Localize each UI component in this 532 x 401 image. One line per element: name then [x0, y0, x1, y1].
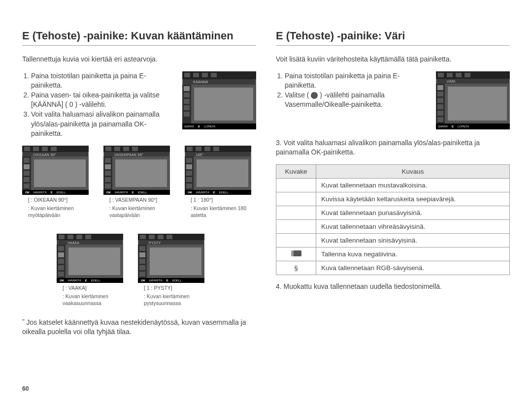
page-number: 60	[22, 385, 29, 392]
thumb-caption-1: [ 1 : 180°]	[185, 197, 251, 204]
left-column: E (Tehoste) -painike: Kuvan kääntäminen …	[22, 30, 256, 337]
heading-right: E (Tehoste) -painike: Väri	[276, 30, 510, 42]
table-row: Kuvat tallennetaan mustavalkoisina.	[276, 178, 510, 192]
shot-title: VASEMPAAN 90°	[103, 152, 170, 156]
table-row: Kuvat tallennetaan sinisävyisinä.	[276, 233, 510, 247]
heading-left: E (Tehoste) -painike: Kuvan kääntäminen	[22, 30, 256, 42]
icon-cell	[276, 206, 316, 219]
camera-screenshot-thumb: OIKEAAN 90°OKMÄÄRITÄEEDELL.	[22, 146, 89, 195]
list-item: Valitse ( ) -välilehti painamalla Vasemm…	[285, 91, 430, 110]
icon-cell: §	[276, 261, 316, 275]
rule	[276, 45, 510, 46]
thumb-caption-2: : Kuvan kiertäminen vastapäivään	[103, 205, 170, 218]
list-item: Paina vasen- tai oikea-painiketta ja val…	[31, 91, 176, 110]
thumb-block: 180°OKMÄÄRITÄEEDELL.[ 1 : 180°]: Kuvan k…	[185, 146, 251, 219]
icon-cell	[276, 233, 316, 247]
camera-screenshot-rotate: KÄÄNNÄ SIIRRÄ E LOPETA	[182, 71, 256, 129]
th-desc: Kuvaus	[316, 164, 510, 178]
list-item: Paina toistotilan painiketta ja paina E-…	[285, 71, 430, 91]
list-item: Voit valita haluamasi alivalikon painama…	[31, 110, 176, 139]
thumb-caption-2: : Kuvan kiertäminen 180 astetta	[185, 205, 251, 218]
shot-title: PYSTY	[138, 240, 204, 245]
right-steps: Paina toistotilan painiketta ja paina E-…	[276, 71, 430, 110]
left-steps: Paina toistotilan painiketta ja paina E-…	[22, 71, 176, 139]
icon-cell	[276, 178, 316, 192]
shot-title: OIKEAAN 90°	[22, 152, 89, 156]
right-column: E (Tehoste) -painike: Väri Voit lisätä k…	[276, 30, 510, 337]
icon-cell	[276, 247, 316, 261]
intro-left: Tallennettuja kuvia voi kiertää eri aste…	[22, 55, 256, 64]
camera-screenshot-thumb: 180°OKMÄÄRITÄEEDELL.	[185, 146, 251, 195]
thumb-grid: OIKEAAN 90°OKMÄÄRITÄEEDELL.[ : OIKEAAN 9…	[22, 146, 256, 307]
desc-cell: Kuva tallennetaan RGB-sävyisenä.	[316, 261, 510, 275]
rule	[22, 45, 256, 46]
thumb-caption-1: [ 1 : PYSTY]	[138, 285, 204, 292]
after-text: 4. Muokattu kuva tallennetaan uudella ti…	[276, 282, 510, 292]
table-row: Kuvat tallennetaan punasävyisinä.	[276, 206, 510, 219]
table-row: Tallenna kuva negatiivina.	[276, 247, 510, 261]
desc-cell: Kuvat tallennetaan punasävyisinä.	[316, 206, 510, 219]
desc-cell: Tallenna kuva negatiivina.	[316, 247, 510, 261]
desc-cell: Kuvat tallennetaan sinisävyisinä.	[316, 233, 510, 247]
table-row: Kuvissa käytetään keltaruskeita seepiavä…	[276, 192, 510, 206]
list-item: Paina toistotilan painiketta ja paina E-…	[31, 71, 176, 91]
thumb-block: OIKEAAN 90°OKMÄÄRITÄEEDELL.[ : OIKEAAN 9…	[22, 146, 89, 219]
thumb-block: PYSTYOKMÄÄRITÄEEDELL.[ 1 : PYSTY]: Kuvan…	[138, 234, 204, 307]
camera-screenshot-thumb: VASEMPAAN 90°OKMÄÄRITÄEEDELL.	[103, 146, 170, 195]
shot-title: 180°	[185, 152, 251, 156]
shot-title: VAAKA	[57, 240, 123, 245]
footnote: ˜ Jos katselet käännettyä kuvaa nestekid…	[22, 318, 256, 337]
desc-cell: Kuvat tallennetaan mustavalkoisina.	[316, 178, 510, 192]
list-item: 3. Voit valita haluamasi alivalikon pain…	[276, 138, 510, 157]
thumb-caption-1: [ : VASEMPAAN 90°]	[103, 197, 170, 204]
camera-screenshot-color: VÄRI SIIRRÄ E LOPETA	[436, 71, 510, 129]
camera-screenshot-thumb: PYSTYOKMÄÄRITÄEEDELL.	[138, 234, 204, 283]
thumb-caption-2: : Kuvan kiertäminen myötäpäivään	[22, 205, 89, 218]
thumb-caption-2: : Kuvan kiertäminen vaakasuunnassa	[57, 293, 123, 307]
negative-icon	[291, 250, 301, 256]
table-row: Kuvat tallennetaan vihreäsävyisinä.	[276, 219, 510, 233]
intro-right: Voit lisätä kuviin väritehosteita käyttä…	[276, 55, 510, 64]
shot-title: VÄRI	[436, 79, 510, 84]
thumb-caption-1: [ : OIKEAAN 90°]	[22, 197, 89, 204]
thumb-block: VASEMPAAN 90°OKMÄÄRITÄEEDELL.[ : VASEMPA…	[103, 146, 170, 219]
icon-cell	[276, 192, 316, 206]
th-icon: Kuvake	[276, 164, 316, 178]
thumb-caption-2: : Kuvan kiertäminen pystysuunnassa	[138, 293, 204, 307]
palette-icon	[311, 92, 318, 99]
thumb-block: VAAKAOKMÄÄRITÄEEDELL.[ : VAAKA]: Kuvan k…	[57, 234, 123, 307]
table-row: §Kuva tallennetaan RGB-sävyisenä.	[276, 261, 510, 275]
icon-cell	[276, 219, 316, 233]
thumb-caption-1: [ : VAAKA]	[57, 285, 123, 292]
color-table: Kuvake Kuvaus Kuvat tallennetaan mustava…	[276, 164, 510, 275]
shot-title: KÄÄNNÄ	[182, 79, 256, 85]
desc-cell: Kuvissa käytetään keltaruskeita seepiavä…	[316, 192, 510, 206]
desc-cell: Kuvat tallennetaan vihreäsävyisinä.	[316, 219, 510, 233]
camera-screenshot-thumb: VAAKAOKMÄÄRITÄEEDELL.	[57, 234, 123, 283]
